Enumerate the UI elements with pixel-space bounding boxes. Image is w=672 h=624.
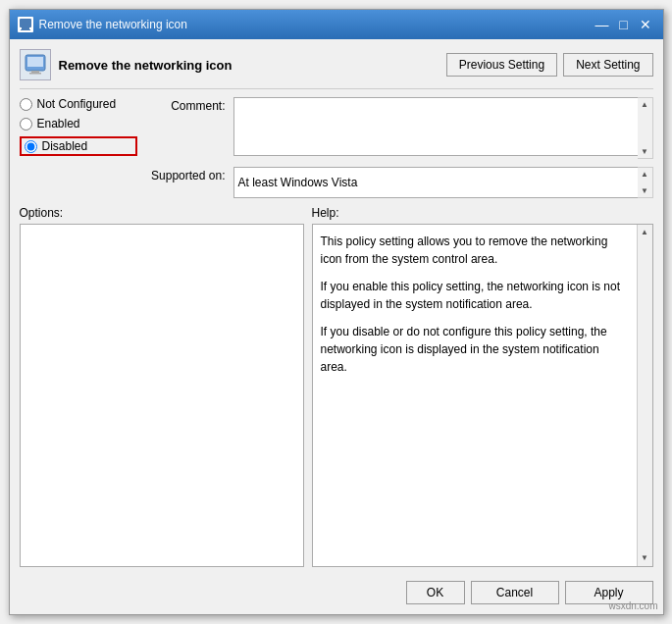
window-title: Remove the networking icon [39,18,187,31]
supported-row: Supported on: At least Windows Vista ▲ ▼ [147,167,653,198]
options-label: Options: [20,206,304,220]
svg-rect-2 [21,29,30,30]
middle-section: Not Configured Enabled Disabled Comment: [20,97,653,198]
top-section: Remove the networking icon Previous Sett… [20,49,653,89]
maximize-button[interactable]: □ [614,15,634,34]
svg-rect-6 [29,73,41,75]
minimize-button[interactable]: — [593,15,612,34]
title-bar: Remove the networking icon — □ ✕ [10,10,663,39]
help-scroll-up[interactable]: ▲ [639,225,650,240]
options-panel: Options: [20,206,304,567]
previous-setting-button[interactable]: Previous Setting [446,53,557,77]
bottom-buttons: OK Cancel Apply [20,575,653,604]
supported-scroll-up[interactable]: ▲ [639,168,650,181]
svg-rect-0 [20,19,31,27]
help-label: Help: [312,206,653,220]
svg-rect-4 [27,57,43,67]
supported-label: Supported on: [147,167,226,182]
comment-label: Comment: [147,97,226,113]
cancel-button[interactable]: Cancel [471,581,559,604]
help-scroll-down[interactable]: ▼ [639,550,650,566]
policy-icon [20,49,51,80]
help-para-1: This policy setting allows you to remove… [321,233,629,268]
policy-title: Remove the networking icon [59,58,233,73]
disabled-label: Disabled [42,139,88,153]
right-fields: Comment: ▲ ▼ Supported on: At least Wind… [147,97,653,198]
supported-field-container: At least Windows Vista ▲ ▼ [233,167,653,198]
watermark: wsxdn.com [608,600,657,611]
help-para-2: If you enable this policy setting, the n… [321,278,629,313]
help-panel: Help: This policy setting allows you to … [312,206,653,567]
svg-rect-5 [31,71,39,73]
ok-button[interactable]: OK [406,581,465,604]
window-icon [18,17,33,32]
comment-row: Comment: ▲ ▼ [147,97,653,159]
supported-scroll-down[interactable]: ▼ [639,184,650,197]
main-window: Remove the networking icon — □ ✕ Remove [9,9,664,615]
comment-scrollbar: ▲ ▼ [638,97,653,159]
help-para-3: If you disable or do not configure this … [321,323,629,376]
window-content: Remove the networking icon Previous Sett… [10,39,663,614]
help-scrollbar: ▲ ▼ [637,225,652,566]
next-setting-button[interactable]: Next Setting [563,53,652,77]
scroll-down-arrow[interactable]: ▼ [639,145,650,158]
help-box: This policy setting allows you to remove… [312,224,653,567]
supported-scrollbar: ▲ ▼ [638,167,653,198]
svg-rect-1 [22,27,29,29]
top-section-left: Remove the networking icon [20,49,233,80]
radio-group: Not Configured Enabled Disabled [20,97,137,198]
not-configured-radio[interactable]: Not Configured [20,97,137,111]
enabled-label: Enabled [37,117,80,130]
comment-textarea[interactable] [233,97,653,156]
title-controls: — □ ✕ [593,15,655,34]
options-box [20,224,304,567]
top-buttons: Previous Setting Next Setting [446,53,653,77]
close-button[interactable]: ✕ [636,15,655,34]
enabled-radio[interactable]: Enabled [20,117,137,130]
scroll-up-arrow[interactable]: ▲ [639,98,650,111]
disabled-radio[interactable]: Disabled [20,136,137,156]
supported-value: At least Windows Vista [233,167,653,198]
options-help-section: Options: Help: This policy setting allow… [20,206,653,567]
not-configured-label: Not Configured [37,97,117,111]
title-bar-left: Remove the networking icon [18,17,187,32]
comment-field-container: ▲ ▼ [233,97,653,159]
